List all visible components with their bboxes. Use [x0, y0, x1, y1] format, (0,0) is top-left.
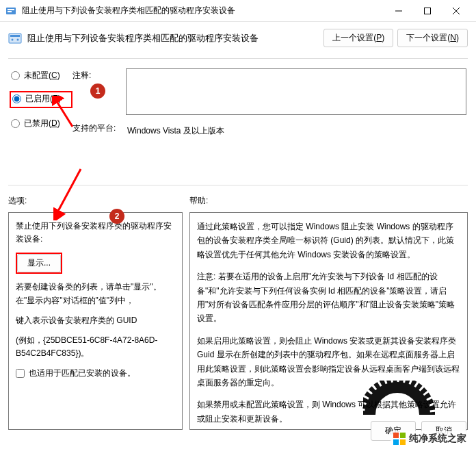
radio-enabled-input[interactable] — [12, 94, 21, 103]
svg-point-10 — [17, 38, 19, 40]
watermark: 纯净系统之家 — [391, 431, 469, 446]
minimize-button[interactable] — [384, 0, 413, 22]
radio-enabled-label: 已启用(E) — [25, 93, 61, 105]
comment-textarea[interactable] — [126, 68, 466, 115]
svg-rect-4 — [425, 8, 431, 14]
svg-rect-2 — [8, 11, 12, 12]
watermark-logo-icon — [393, 433, 406, 445]
radio-disabled-label: 已禁用(D) — [24, 118, 60, 129]
platform-text: Windows Vista 及以上版本 — [126, 123, 466, 140]
svg-rect-8 — [10, 35, 20, 37]
radio-not-configured[interactable]: 未配置(C) — [10, 68, 72, 83]
policy-icon — [8, 32, 22, 44]
svg-rect-16 — [400, 433, 406, 438]
svg-rect-15 — [393, 433, 399, 438]
apply-installed-checkbox[interactable] — [16, 369, 25, 378]
radio-not-configured-input[interactable] — [11, 71, 20, 80]
page-title: 阻止使用与下列设备安装程序类相匹配的驱动程序安装设备 — [27, 32, 323, 44]
svg-rect-17 — [393, 439, 399, 445]
help-p3: 如果启用此策略设置，则会阻止 Windows 安装或更新其设备安装程序类 Gui… — [197, 334, 460, 390]
platform-label: 支持的平台: — [72, 123, 120, 134]
window-icon — [5, 5, 16, 16]
help-p2: 注意: 若要在适用的设备上启用"允许安装与下列设备 Id 相匹配的设备"和"允许… — [197, 270, 460, 326]
options-label: 选项: — [8, 195, 183, 207]
annotation-marker-2: 2 — [109, 209, 124, 224]
prev-setting-button[interactable]: 上一个设置(P) — [323, 29, 393, 47]
comment-label: 注释: — [72, 70, 120, 81]
window-title: 阻止使用与下列设备安装程序类相匹配的驱动程序安装设备 — [22, 5, 384, 16]
options-text-4: (例如，{25DBCE51-6C8F-4A72-8A6D-B54C2B4FC83… — [16, 334, 175, 360]
svg-point-9 — [12, 38, 14, 40]
show-button[interactable]: 显示... — [17, 254, 61, 272]
divider-2 — [8, 185, 468, 185]
radio-disabled[interactable]: 已禁用(D) — [10, 116, 72, 131]
help-label: 帮助: — [189, 195, 468, 207]
svg-rect-18 — [400, 439, 406, 445]
radio-enabled[interactable]: 已启用(E) — [10, 91, 72, 108]
watermark-text: 纯净系统之家 — [409, 433, 466, 445]
radio-disabled-input[interactable] — [11, 119, 20, 128]
help-p1: 通过此策略设置，您可以指定 Windows 阻止安装 Windows 的驱动程序… — [197, 220, 460, 261]
annotation-marker-1: 1 — [90, 84, 105, 99]
apply-installed-checkbox-row[interactable]: 也适用于匹配已安装的设备。 — [16, 367, 175, 380]
options-text-1: 禁止使用下列设备安装程序类的驱动程序安装设备: — [16, 220, 175, 246]
options-panel: 禁止使用下列设备安装程序类的驱动程序安装设备: 显示... 若要创建设备类的列表… — [8, 212, 183, 430]
radio-not-configured-label: 未配置(C) — [24, 70, 60, 81]
apply-installed-label: 也适用于匹配已安装的设备。 — [29, 367, 135, 380]
svg-rect-1 — [8, 9, 14, 10]
options-text-3: 键入表示设备安装程序类的 GUID — [16, 314, 175, 327]
close-button[interactable] — [442, 0, 471, 22]
options-text-2: 若要创建设备类的列表，请单击"显示"。在"显示内容"对话框的"值"列中， — [16, 281, 175, 307]
maximize-button[interactable] — [413, 0, 442, 22]
divider — [8, 58, 468, 59]
help-panel: 通过此策略设置，您可以指定 Windows 阻止安装 Windows 的驱动程序… — [189, 212, 468, 430]
show-button-highlight: 显示... — [16, 253, 62, 274]
next-setting-button[interactable]: 下一个设置(N) — [397, 29, 468, 47]
